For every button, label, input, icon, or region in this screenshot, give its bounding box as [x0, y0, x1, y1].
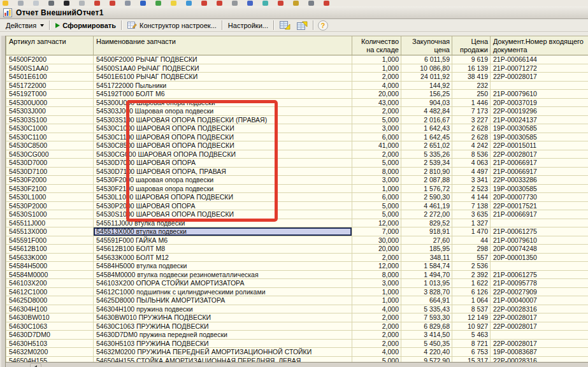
table-row[interactable]: 54517220005451722000 Пыльники4,000144,92…	[6, 82, 588, 90]
cell-doc[interactable]: 22P-00033286	[491, 176, 588, 185]
cell-name[interactable]: 545303S100 ШАРОВАЯ ОПОРА ПОДВЕСКИ (ПРАВА…	[94, 116, 352, 125]
cell-doc[interactable]: 21P-00066917	[491, 210, 588, 219]
toolbar-icon-fragment[interactable]	[79, 1, 85, 6]
cell-purchase[interactable]: 7 593,30	[401, 313, 452, 322]
cell-article[interactable]: 54501E6100	[6, 73, 94, 82]
toolbar-icon-fragment[interactable]	[324, 1, 329, 6]
cell-name[interactable]: 54584H5000 втулка подвески	[94, 262, 352, 271]
cell-purchase[interactable]: 5 335,26	[401, 150, 452, 159]
cell-name[interactable]: 546304H100 пружина подвески	[94, 305, 352, 314]
scroll-left-button[interactable]	[30, 363, 41, 367]
cell-doc[interactable]: 21P-00066917	[491, 168, 588, 176]
table-row[interactable]: 54530C850054530C8500 ШАРОВАЯ ОПОРА ПОДВЕ…	[6, 141, 588, 150]
cell-qty[interactable]: 30,000	[352, 236, 401, 245]
cell-name[interactable]: 54530F2000 шаровая опора подвески	[94, 176, 352, 185]
cell-doc[interactable]: 21P-00061275	[491, 271, 588, 280]
cell-qty[interactable]: 5,000	[352, 116, 401, 125]
cell-name[interactable]: 54612C1000 подшипник с цилиндрическими р…	[94, 288, 352, 297]
toolbar-icon-fragment[interactable]	[262, 1, 268, 6]
toolbar-icon-fragment[interactable]	[155, 1, 161, 6]
cell-article[interactable]: 545633K000	[6, 254, 94, 263]
cell-name[interactable]: 545192T000 БОЛТ М6	[94, 90, 352, 99]
cell-name[interactable]: 54632M0200 ПРУЖИНА ПЕРЕДНЕЙ АМОРТИЗАЦИОН…	[94, 348, 352, 357]
cell-article[interactable]: 54530D7100	[6, 168, 94, 176]
cell-sell[interactable]: 3 341	[452, 176, 491, 185]
cell-article[interactable]: 54530F2000	[6, 176, 94, 185]
cell-article[interactable]: 54584M0000	[6, 271, 94, 280]
cell-sell[interactable]: 38 419	[452, 73, 491, 82]
cell-name[interactable]: 54530CG000 ШАРОВАЯ ОПОРА ПОДВЕСКИ	[94, 150, 352, 159]
cell-qty[interactable]: 1,000	[352, 64, 401, 73]
cell-sell[interactable]: 10 927	[452, 322, 491, 331]
cell-name[interactable]: 545591F000 ГАЙКА М6	[94, 236, 352, 245]
cell-purchase[interactable]: 6 011,59	[401, 55, 452, 64]
cell-qty[interactable]: 6,000	[352, 133, 401, 142]
cell-name[interactable]: 545511J000 втулка подвески	[94, 219, 352, 228]
cell-doc[interactable]: 22P-00015011	[491, 141, 588, 150]
cell-doc[interactable]: 22P-00017521	[491, 202, 588, 211]
cell-sell[interactable]: 4 497	[452, 168, 491, 176]
cell-purchase[interactable]: 2 016,67	[401, 116, 452, 125]
table-row[interactable]: 545591F000545591F000 ГАЙКА М630,00027,60…	[6, 236, 588, 245]
toolbar-icon-fragment[interactable]	[186, 1, 192, 6]
cell-article[interactable]: 545612B100	[6, 245, 94, 254]
cell-purchase[interactable]: 6 829,68	[401, 322, 452, 331]
cell-doc[interactable]: 21P-00024137	[491, 116, 588, 125]
cell-article[interactable]: 545511J000	[6, 219, 94, 228]
table-row[interactable]: 54630C106354630C1063 ПРУЖИНА ПОДВЕСКИ2,0…	[6, 322, 588, 331]
cell-article[interactable]: 545303S100	[6, 116, 94, 125]
cell-doc[interactable]	[491, 82, 588, 90]
cell-purchase[interactable]: 348,11	[401, 254, 452, 263]
cell-sell[interactable]: 8 721	[452, 340, 491, 349]
horizontal-scrollbar[interactable]	[6, 362, 588, 367]
cell-article[interactable]: 54530F2100	[6, 185, 94, 194]
cell-doc[interactable]: 22P-00027909	[491, 288, 588, 297]
column-header-article[interactable]: Артикул запчасти	[6, 36, 94, 55]
cell-sell[interactable]: 8 537	[452, 305, 491, 314]
cell-name[interactable]: 54530F2100 шаровая опора подвески	[94, 185, 352, 194]
cell-name[interactable]: 545612B100 БОЛТ М8	[94, 245, 352, 254]
cell-qty[interactable]: 12,000	[352, 219, 401, 228]
cell-name[interactable]: 54630BW010 ПРУЖИНА ПОДВЕСКИ	[94, 313, 352, 322]
cell-article[interactable]: 54630C1063	[6, 322, 94, 331]
generate-button[interactable]: Сформировать	[52, 20, 119, 31]
toolbar-icon-fragment[interactable]	[308, 1, 314, 6]
cell-sell[interactable]: 557	[452, 254, 491, 263]
cell-name[interactable]: 545303J000 Шаровая опора подвески	[94, 107, 352, 116]
help-icon[interactable]: ?	[318, 20, 328, 31]
toolbar-icon-fragment[interactable]	[278, 1, 283, 6]
toolbar-icon-fragment[interactable]	[232, 1, 238, 6]
cell-name[interactable]: 54500S1AA0 РЫЧАГ ПОДВЕСКИ	[94, 64, 352, 73]
cell-purchase[interactable]: 4 482,84	[401, 107, 452, 116]
cell-qty[interactable]: 5,000	[352, 159, 401, 168]
table-row[interactable]: 54530F210054530F2100 шаровая опора подве…	[6, 185, 588, 194]
cell-qty[interactable]: 1,000	[352, 288, 401, 297]
table-row[interactable]: 54530F200054530F2000 шаровая опора подве…	[6, 176, 588, 185]
table-row[interactable]: 54584H500054584H5000 втулка подвески12,0…	[6, 262, 588, 271]
cell-sell[interactable]: 6 753	[452, 348, 491, 357]
cell-sell[interactable]: 1 064	[452, 296, 491, 305]
toolbar-icon-fragment[interactable]	[94, 1, 100, 6]
toolbar-icon-fragment[interactable]	[293, 1, 299, 6]
cell-qty[interactable]: 12,000	[352, 262, 401, 271]
cell-doc[interactable]: 20P-00037019	[491, 99, 588, 108]
table-row[interactable]: 545300U000545300U000 Шаровая опора подве…	[6, 99, 588, 108]
cell-sell[interactable]: 12 149	[452, 313, 491, 322]
table-row[interactable]: 54530C100054530C1000 ШАРОВАЯ ОПОРА ПОДВЕ…	[6, 124, 588, 133]
cell-purchase[interactable]: 185,95	[401, 245, 452, 254]
cell-qty[interactable]: 8,000	[352, 271, 401, 280]
cell-purchase[interactable]: 1 642,43	[401, 124, 452, 133]
cell-purchase[interactable]: 2 651,02	[401, 141, 452, 150]
cell-qty[interactable]: 20,000	[352, 90, 401, 99]
cell-article[interactable]: 54625D8000	[6, 296, 94, 305]
table-row[interactable]: 54530D700054530D7000 ШАРОВАЯ ОПОРА5,0002…	[6, 159, 588, 168]
cell-doc[interactable]: 21P-00095778	[491, 279, 588, 288]
cell-doc[interactable]: 19P-00030585	[491, 133, 588, 142]
cell-name[interactable]: 54501E6100 РЫЧАГ ПОДВЕСКИ	[94, 73, 352, 82]
table-row[interactable]: 54500S1AA054500S1AA0 РЫЧАГ ПОДВЕСКИ1,000…	[6, 64, 588, 73]
column-header-purchase-price[interactable]: Закупочная цена	[401, 36, 452, 55]
cell-article[interactable]: 546103X200	[6, 279, 94, 288]
cell-name[interactable]: 54530L1000 ШАРОВАЯ ОПОРА ПОДВЕСКИ	[94, 193, 352, 202]
cell-article[interactable]: 545303J000	[6, 107, 94, 116]
cell-doc[interactable]: 22P-00028017	[491, 322, 588, 331]
